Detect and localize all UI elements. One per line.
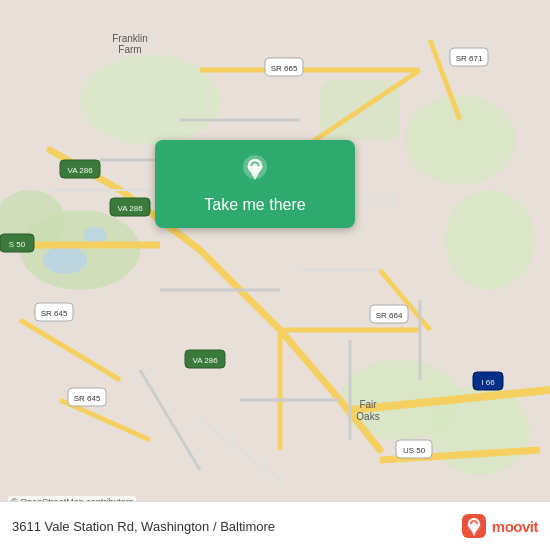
svg-text:SR 671: SR 671 [456, 54, 483, 63]
svg-text:S 50: S 50 [9, 240, 26, 249]
svg-text:Oaks: Oaks [356, 411, 379, 422]
map-svg: SR 665 SR 671 VA 286 VA 286 VA 286 VA 28… [0, 0, 550, 550]
svg-point-9 [83, 227, 107, 243]
svg-text:Farm: Farm [118, 44, 141, 55]
svg-line-15 [20, 320, 120, 380]
take-me-there-button[interactable]: Take me there [155, 140, 355, 228]
svg-text:I 66: I 66 [481, 378, 495, 387]
svg-text:VA 286: VA 286 [192, 356, 218, 365]
svg-point-2 [405, 95, 515, 185]
svg-text:Franklin: Franklin [112, 33, 148, 44]
map-container: SR 665 SR 671 VA 286 VA 286 VA 286 VA 28… [0, 0, 550, 550]
svg-line-27 [140, 370, 200, 470]
svg-text:Fair: Fair [359, 399, 377, 410]
svg-line-30 [200, 420, 280, 480]
svg-text:SR 645: SR 645 [74, 394, 101, 403]
take-me-there-label: Take me there [204, 196, 305, 214]
moovit-brand-text: moovit [492, 518, 538, 535]
svg-text:VA 286: VA 286 [117, 204, 143, 213]
svg-point-3 [445, 190, 535, 290]
svg-point-8 [43, 246, 87, 274]
svg-text:US 50: US 50 [403, 446, 426, 455]
moovit-brand-icon [460, 512, 488, 540]
svg-text:SR 664: SR 664 [376, 311, 403, 320]
location-pin-icon [237, 152, 273, 188]
moovit-logo: moovit [460, 512, 538, 540]
svg-point-5 [80, 55, 220, 145]
address-text: 3611 Vale Station Rd, Washington / Balti… [12, 519, 275, 534]
svg-text:VA 286: VA 286 [67, 166, 93, 175]
bottom-bar: 3611 Vale Station Rd, Washington / Balti… [0, 501, 550, 550]
svg-text:SR 665: SR 665 [271, 64, 298, 73]
svg-text:SR 645: SR 645 [41, 309, 68, 318]
